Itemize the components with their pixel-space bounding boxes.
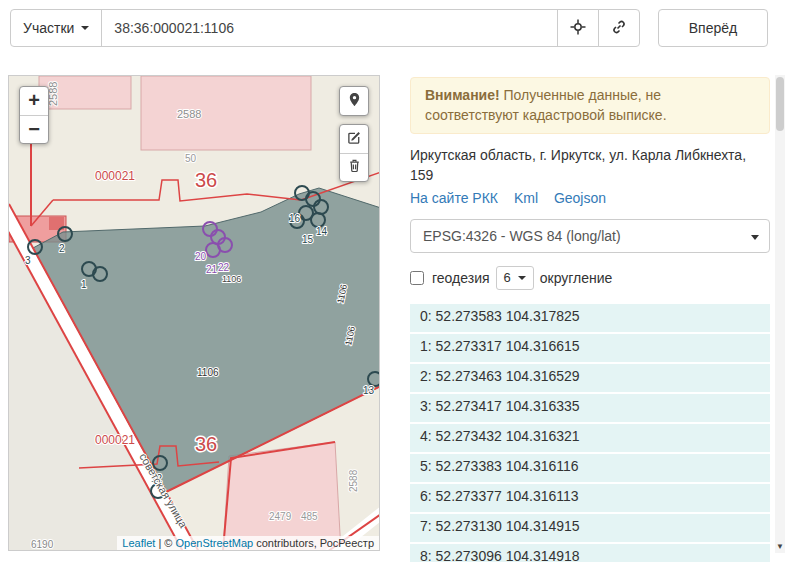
map-label: 36 — [195, 433, 217, 455]
pkk-site-link[interactable]: На сайте РКК — [410, 190, 498, 206]
map-label: 16 — [289, 213, 301, 224]
coordinate-row: 4: 52.273432 104.316321 — [410, 424, 770, 452]
export-links: На сайте РКК Kml Geojson — [410, 190, 770, 206]
warning-alert: Внимание! Полученные данные, не соответс… — [410, 77, 770, 134]
scrollbar[interactable]: ▼ — [775, 75, 785, 553]
zoom-control: + − — [19, 86, 49, 144]
map-label: 1 — [81, 279, 87, 290]
epsg-selected-value: EPSG:4326 - WGS 84 (long/lat) — [423, 228, 621, 244]
building-2588 — [141, 76, 311, 150]
building-2479 — [223, 442, 341, 551]
map-canvas[interactable]: 2588258850000021361615142021221106123121… — [9, 76, 380, 551]
warning-title: Внимание! — [425, 87, 500, 103]
info-panel: Внимание! Полученные данные, не соответс… — [410, 77, 770, 562]
coordinate-row: 0: 52.273583 104.317825 — [410, 304, 770, 332]
toolbar: Участки Вперёд — [10, 9, 768, 47]
map-label: 485 — [301, 511, 318, 522]
map-label: 36 — [195, 169, 217, 191]
geodesy-label: геодезия — [432, 270, 490, 286]
forward-button[interactable]: Вперёд — [658, 9, 768, 47]
zoom-out-button[interactable]: − — [20, 115, 48, 143]
marker-tool — [339, 86, 369, 116]
coordinate-row: 2: 52.273463 104.316529 — [410, 364, 770, 392]
coordinates-list[interactable]: 0: 52.273583 104.3178251: 52.273317 104.… — [410, 304, 770, 562]
search-group: Участки — [10, 9, 640, 47]
coordinate-row: 7: 52.273130 104.314915 — [410, 514, 770, 542]
link-icon — [611, 19, 627, 38]
scrollbar-thumb[interactable] — [776, 77, 784, 131]
map-label: 2588 — [177, 108, 201, 120]
coordinate-row: 8: 52.273096 104.314918 — [410, 544, 770, 562]
map-label: 1106 — [222, 274, 241, 284]
select-arrow-icon — [751, 235, 759, 240]
coordinate-row: 3: 52.273417 104.316335 — [410, 394, 770, 422]
delete-tool-button[interactable] — [340, 153, 368, 181]
zoom-in-button[interactable]: + — [20, 87, 48, 115]
map-label: 2479 — [269, 511, 292, 522]
kml-link[interactable]: Kml — [514, 190, 538, 206]
caret-down-icon — [81, 26, 89, 30]
parcel-address: Иркутская область, г. Иркутск, ул. Карла… — [410, 145, 770, 186]
coordinate-row: 1: 52.273317 104.316615 — [410, 334, 770, 362]
map-label: 15 — [302, 234, 314, 245]
marker-tool-button[interactable] — [340, 87, 368, 115]
map-label: 50 — [185, 153, 197, 164]
map-label: 2 — [59, 243, 65, 254]
map-label: 20 — [195, 251, 207, 262]
geojson-link[interactable]: Geojson — [554, 190, 606, 206]
attribution-suffix: contributors, РосРеестр — [253, 537, 374, 549]
map-label: 14 — [316, 226, 328, 237]
map-pin-icon — [347, 92, 362, 111]
epsg-select[interactable]: EPSG:4326 - WGS 84 (long/lat) — [410, 219, 770, 253]
coordinate-options: геодезия 6 округление — [410, 266, 770, 290]
attribution-text: | © — [155, 537, 175, 549]
map-label: 000021 — [95, 169, 135, 183]
map-label: 6190 — [31, 539, 54, 550]
rounding-value: 6 — [504, 270, 511, 285]
map-label: 2588 — [348, 469, 359, 492]
object-type-label: Участки — [23, 20, 74, 36]
cadastral-number-input[interactable] — [101, 9, 558, 47]
edit-tool-button[interactable] — [340, 125, 368, 153]
geodesy-checkbox[interactable] — [410, 271, 424, 285]
map-label: 13 — [363, 385, 375, 396]
map-label: 3 — [25, 255, 31, 266]
leaflet-link[interactable]: Leaflet — [122, 537, 155, 549]
crosshair-icon — [570, 19, 586, 38]
map-label: 22 — [218, 262, 230, 273]
scrollbar-down-arrow[interactable]: ▼ — [775, 541, 785, 553]
locate-button[interactable] — [557, 9, 599, 47]
trash-icon — [347, 158, 362, 177]
edit-tools — [339, 124, 369, 182]
rounding-select[interactable]: 6 — [496, 266, 534, 290]
link-button[interactable] — [598, 9, 640, 47]
caret-down-icon — [518, 276, 526, 280]
map-container[interactable]: 2588258850000021361615142021221106123121… — [8, 75, 380, 551]
coordinate-row: 6: 52.273377 104.316113 — [410, 484, 770, 512]
map-label: 21 — [206, 264, 218, 275]
map-attribution: Leaflet | © OpenStreetMap contributors, … — [117, 536, 379, 550]
map-label: 1106 — [197, 367, 219, 378]
rounding-label: округление — [540, 270, 613, 286]
coordinate-row: 5: 52.273383 104.316116 — [410, 454, 770, 482]
osm-link[interactable]: OpenStreetMap — [175, 537, 253, 549]
map-label: 000021 — [95, 433, 135, 447]
object-type-dropdown-button[interactable]: Участки — [10, 9, 102, 47]
edit-icon — [347, 130, 362, 149]
